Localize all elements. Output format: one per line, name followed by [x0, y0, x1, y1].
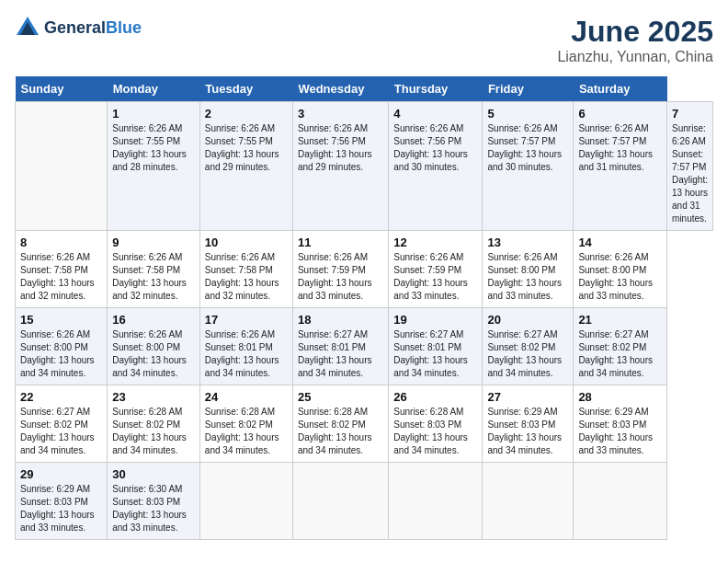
day-number: 10: [205, 236, 288, 249]
calendar-cell: 21Sunrise: 6:27 AMSunset: 8:02 PMDayligh…: [574, 308, 667, 385]
day-info: Sunrise: 6:27 AMSunset: 8:01 PMDaylight:…: [393, 328, 477, 380]
day-number: 26: [393, 390, 477, 404]
day-info: Sunrise: 6:26 AMSunset: 7:58 PMDaylight:…: [20, 251, 102, 303]
calendar-cell: 29Sunrise: 6:29 AMSunset: 8:03 PMDayligh…: [16, 463, 108, 540]
calendar-cell: [574, 463, 667, 540]
day-number: 22: [20, 390, 102, 404]
day-info: Sunrise: 6:26 AMSunset: 7:59 PMDaylight:…: [393, 251, 477, 303]
day-info: Sunrise: 6:29 AMSunset: 8:03 PMDaylight:…: [578, 406, 662, 457]
weekday-header-saturday: Saturday: [574, 76, 667, 102]
calendar-cell: 4Sunrise: 6:26 AMSunset: 7:56 PMDaylight…: [389, 102, 483, 231]
logo-icon: [15, 15, 40, 40]
day-number: 20: [487, 313, 568, 327]
calendar-cell: 27Sunrise: 6:29 AMSunset: 8:03 PMDayligh…: [483, 385, 574, 463]
day-info: Sunrise: 6:26 AMSunset: 7:58 PMDaylight:…: [112, 251, 195, 303]
logo-text: GeneralBlue: [44, 18, 142, 38]
calendar-title: June 2025: [557, 15, 713, 49]
day-number: 27: [487, 390, 568, 404]
day-number: 9: [112, 236, 195, 249]
day-number: 1: [112, 107, 195, 121]
day-info: Sunrise: 6:26 AMSunset: 7:56 PMDaylight:…: [393, 122, 477, 174]
calendar-cell: [292, 463, 388, 540]
weekday-header-monday: Monday: [108, 76, 200, 102]
day-info: Sunrise: 6:26 AMSunset: 7:57 PMDaylight:…: [578, 122, 662, 174]
calendar-table: SundayMondayTuesdayWednesdayThursdayFrid…: [15, 76, 713, 540]
day-info: Sunrise: 6:29 AMSunset: 8:03 PMDaylight:…: [20, 483, 102, 534]
calendar-cell: 15Sunrise: 6:26 AMSunset: 8:00 PMDayligh…: [16, 308, 108, 385]
day-number: 11: [298, 236, 383, 249]
day-info: Sunrise: 6:26 AMSunset: 7:56 PMDaylight:…: [298, 122, 383, 174]
day-info: Sunrise: 6:26 AMSunset: 8:00 PMDaylight:…: [487, 251, 568, 303]
calendar-cell: 22Sunrise: 6:27 AMSunset: 8:02 PMDayligh…: [16, 385, 108, 463]
weekday-header-wednesday: Wednesday: [292, 76, 388, 102]
title-area: June 2025 Lianzhu, Yunnan, China: [557, 15, 713, 65]
weekday-header-friday: Friday: [483, 76, 574, 102]
calendar-cell: 8Sunrise: 6:26 AMSunset: 7:58 PMDaylight…: [16, 231, 108, 308]
day-number: 25: [298, 390, 383, 404]
calendar-cell: 23Sunrise: 6:28 AMSunset: 8:02 PMDayligh…: [108, 385, 200, 463]
day-info: Sunrise: 6:27 AMSunset: 8:02 PMDaylight:…: [578, 328, 662, 380]
calendar-cell: [483, 463, 574, 540]
calendar-cell: 6Sunrise: 6:26 AMSunset: 7:57 PMDaylight…: [574, 102, 667, 231]
day-number: 5: [487, 107, 568, 121]
calendar-cell: 19Sunrise: 6:27 AMSunset: 8:01 PMDayligh…: [389, 308, 483, 385]
calendar-cell: 12Sunrise: 6:26 AMSunset: 7:59 PMDayligh…: [389, 231, 483, 308]
day-number: 23: [112, 390, 195, 404]
day-number: 17: [205, 313, 288, 327]
week-row-1: 1Sunrise: 6:26 AMSunset: 7:55 PMDaylight…: [16, 102, 713, 231]
calendar-cell: [199, 463, 292, 540]
day-info: Sunrise: 6:26 AMSunset: 8:00 PMDaylight:…: [20, 328, 102, 380]
weekday-header-thursday: Thursday: [389, 76, 483, 102]
calendar-cell: 9Sunrise: 6:26 AMSunset: 7:58 PMDaylight…: [108, 231, 200, 308]
weekday-row: SundayMondayTuesdayWednesdayThursdayFrid…: [16, 76, 713, 102]
day-number: 16: [112, 313, 195, 327]
day-info: Sunrise: 6:26 AMSunset: 8:00 PMDaylight:…: [578, 251, 662, 303]
day-info: Sunrise: 6:29 AMSunset: 8:03 PMDaylight:…: [487, 406, 568, 457]
day-number: 29: [20, 467, 102, 481]
calendar-cell: 28Sunrise: 6:29 AMSunset: 8:03 PMDayligh…: [574, 385, 667, 463]
calendar-cell: 10Sunrise: 6:26 AMSunset: 7:58 PMDayligh…: [199, 231, 292, 308]
calendar-cell: 14Sunrise: 6:26 AMSunset: 8:00 PMDayligh…: [574, 231, 667, 308]
day-number: 19: [393, 313, 477, 327]
day-info: Sunrise: 6:26 AMSunset: 7:55 PMDaylight:…: [205, 122, 288, 174]
calendar-cell: 3Sunrise: 6:26 AMSunset: 7:56 PMDaylight…: [292, 102, 388, 231]
calendar-body: 1Sunrise: 6:26 AMSunset: 7:55 PMDaylight…: [16, 102, 713, 540]
week-row-5: 29Sunrise: 6:29 AMSunset: 8:03 PMDayligh…: [16, 463, 713, 540]
day-number: 14: [578, 236, 662, 249]
day-number: 8: [20, 236, 102, 249]
day-info: Sunrise: 6:28 AMSunset: 8:02 PMDaylight:…: [205, 406, 288, 457]
day-info: Sunrise: 6:28 AMSunset: 8:02 PMDaylight:…: [298, 406, 383, 457]
day-number: 30: [112, 467, 195, 481]
calendar-cell: 7Sunrise: 6:26 AMSunset: 7:57 PMDaylight…: [667, 102, 713, 231]
day-info: Sunrise: 6:30 AMSunset: 8:03 PMDaylight:…: [112, 483, 195, 534]
day-number: 6: [578, 107, 662, 121]
day-info: Sunrise: 6:27 AMSunset: 8:01 PMDaylight:…: [298, 328, 383, 380]
calendar-cell: 24Sunrise: 6:28 AMSunset: 8:02 PMDayligh…: [199, 385, 292, 463]
calendar-cell: 13Sunrise: 6:26 AMSunset: 8:00 PMDayligh…: [483, 231, 574, 308]
calendar-header: SundayMondayTuesdayWednesdayThursdayFrid…: [16, 76, 713, 102]
logo-blue: Blue: [106, 18, 142, 37]
day-info: Sunrise: 6:27 AMSunset: 8:02 PMDaylight:…: [20, 406, 102, 457]
calendar-cell: 18Sunrise: 6:27 AMSunset: 8:01 PMDayligh…: [292, 308, 388, 385]
calendar-cell: 20Sunrise: 6:27 AMSunset: 8:02 PMDayligh…: [483, 308, 574, 385]
day-number: 12: [393, 236, 477, 249]
day-number: 7: [672, 107, 708, 121]
day-info: Sunrise: 6:27 AMSunset: 8:02 PMDaylight:…: [487, 328, 568, 380]
logo-general: General: [44, 18, 106, 37]
week-row-4: 22Sunrise: 6:27 AMSunset: 8:02 PMDayligh…: [16, 385, 713, 463]
day-info: Sunrise: 6:28 AMSunset: 8:03 PMDaylight:…: [393, 406, 477, 457]
day-number: 3: [298, 107, 383, 121]
day-info: Sunrise: 6:26 AMSunset: 7:59 PMDaylight:…: [298, 251, 383, 303]
header: GeneralBlue June 2025 Lianzhu, Yunnan, C…: [15, 15, 713, 65]
day-info: Sunrise: 6:26 AMSunset: 8:01 PMDaylight:…: [205, 328, 288, 380]
calendar-cell: 25Sunrise: 6:28 AMSunset: 8:02 PMDayligh…: [292, 385, 388, 463]
day-number: 21: [578, 313, 662, 327]
calendar-cell: 30Sunrise: 6:30 AMSunset: 8:03 PMDayligh…: [108, 463, 200, 540]
week-row-3: 15Sunrise: 6:26 AMSunset: 8:00 PMDayligh…: [16, 308, 713, 385]
weekday-header-sunday: Sunday: [16, 76, 108, 102]
day-info: Sunrise: 6:26 AMSunset: 7:58 PMDaylight:…: [205, 251, 288, 303]
day-info: Sunrise: 6:26 AMSunset: 8:00 PMDaylight:…: [112, 328, 195, 380]
weekday-header-tuesday: Tuesday: [199, 76, 292, 102]
day-number: 28: [578, 390, 662, 404]
calendar-cell: 17Sunrise: 6:26 AMSunset: 8:01 PMDayligh…: [199, 308, 292, 385]
